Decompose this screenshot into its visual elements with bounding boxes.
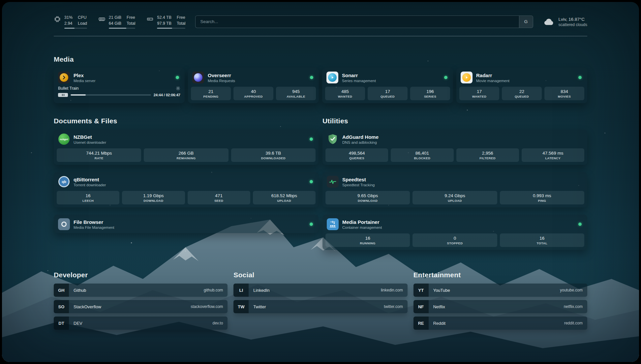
cpu-widget: 31% CPU 2.94 Load bbox=[54, 15, 87, 29]
stat-label: MOVIES bbox=[546, 95, 583, 98]
stat-label: DOWNLOAD bbox=[123, 199, 183, 202]
stat-label: TOTAL bbox=[501, 241, 583, 245]
stat-movies: 834 MOVIES bbox=[544, 87, 584, 100]
bookmark-abbr: RE bbox=[413, 317, 429, 330]
stat-value: 86,401 bbox=[392, 151, 452, 156]
cpu-label: CPU bbox=[78, 15, 87, 20]
stat-ping: 0.993 ms PING bbox=[500, 191, 584, 204]
bookmark-url: youtube.com bbox=[560, 288, 587, 292]
pause-button[interactable] bbox=[58, 93, 68, 97]
stat-label: SERIES bbox=[412, 95, 449, 98]
stat-value: 834 bbox=[546, 89, 583, 94]
section-title-entertainment: Entertainment bbox=[413, 271, 587, 279]
card-filebrowser[interactable]: File Browser Media File Management bbox=[54, 215, 319, 233]
status-dot-online bbox=[578, 76, 582, 79]
stat-label: PENDING bbox=[192, 95, 229, 98]
weather-condition: scattered clouds bbox=[559, 22, 587, 27]
stat-approved: 40 APPROVED bbox=[233, 87, 273, 100]
radarr-icon bbox=[461, 72, 473, 83]
service-subtitle: DNS and adblocking bbox=[342, 140, 379, 144]
search-input[interactable] bbox=[196, 16, 519, 28]
disk-total-label: Total bbox=[177, 20, 185, 26]
stat-value: 9.65 Gbps bbox=[327, 193, 409, 198]
stat-blocked: 86,401 BLOCKED bbox=[391, 148, 453, 162]
bookmark-stackoverflow[interactable]: SO StackOverflow stackoverflow.com bbox=[54, 300, 228, 313]
service-name: Overseerr bbox=[208, 73, 235, 79]
section-developer: Developer GH Github github.com SO StackO… bbox=[54, 271, 228, 330]
portainer-icon bbox=[327, 218, 339, 230]
stat-remaining: 266 GB REMAINING bbox=[144, 148, 228, 162]
stat-label: RUNNING bbox=[327, 241, 409, 245]
stat-label: DOWNLOADED bbox=[232, 156, 314, 160]
stat-value: 47.569 ms bbox=[523, 151, 583, 156]
card-adguard[interactable]: AdGuard Home DNS and adblocking 498,564 … bbox=[322, 130, 587, 165]
bookmark-github[interactable]: GH Github github.com bbox=[54, 284, 228, 297]
stat-leech: 16 LEECH bbox=[57, 191, 119, 204]
memory-total-value: 64 GiB bbox=[109, 20, 121, 26]
stat-label: STOPPED bbox=[414, 241, 496, 245]
bookmark-abbr: GH bbox=[54, 284, 69, 297]
header-divider bbox=[54, 36, 587, 36]
cpu-load-label: Load bbox=[78, 20, 87, 26]
status-dot-online bbox=[444, 76, 447, 79]
dashboard-content: 31% CPU 2.94 Load 21 GiB Free bbox=[54, 2, 587, 346]
card-plex[interactable]: Plex Media server Bullet Train bbox=[54, 68, 185, 103]
stat-label: PING bbox=[501, 199, 583, 202]
section-utilities: Utilities AdGuard Home bbox=[322, 117, 587, 250]
search-provider-button[interactable]: G bbox=[519, 16, 533, 28]
filebrowser-icon bbox=[58, 218, 70, 230]
service-subtitle: Series management bbox=[342, 79, 376, 83]
stat-label: RATE bbox=[58, 156, 140, 160]
bookmark-youtube[interactable]: YT YouTube youtube.com bbox=[413, 284, 587, 297]
stat-label: BLOCKED bbox=[392, 156, 452, 160]
bookmark-twitter[interactable]: TW Twitter twitter.com bbox=[233, 300, 407, 313]
search-bar: G bbox=[195, 15, 533, 28]
service-subtitle: Speedtest Tracking bbox=[342, 183, 375, 187]
nzbget-icon-text: nzbget bbox=[60, 138, 68, 141]
card-speedtest[interactable]: Speedtest Speedtest Tracking 9.65 Gbps D… bbox=[322, 172, 587, 207]
bookmark-name: LinkedIn bbox=[249, 288, 269, 293]
stat-running: 16 RUNNING bbox=[325, 233, 410, 247]
bookmark-abbr: YT bbox=[413, 284, 429, 297]
card-overseerr[interactable]: Overseerr Media Requests 21 PENDING 40 A… bbox=[188, 68, 319, 103]
bookmark-abbr: TW bbox=[233, 300, 249, 313]
bookmark-reddit[interactable]: RE Reddit reddit.com bbox=[413, 317, 587, 330]
service-name: AdGuard Home bbox=[342, 134, 379, 140]
bookmark-linkedin[interactable]: LI LinkedIn linkedin.com bbox=[233, 284, 407, 297]
bookmark-url: reddit.com bbox=[564, 321, 587, 325]
stat-queued: 22 QUEUED bbox=[502, 87, 542, 100]
card-qbittorrent[interactable]: qb qBittorrent Torrent downloader 16 LEE… bbox=[54, 172, 319, 207]
playback-time: 24:44 / 02:06:47 bbox=[154, 93, 180, 97]
service-name: NZBGet bbox=[74, 134, 106, 140]
stat-label: FILTERED bbox=[458, 156, 518, 160]
stat-label: UPLOAD bbox=[254, 199, 314, 202]
bookmark-url: linkedin.com bbox=[381, 288, 408, 292]
bookmark-name: Twitter bbox=[249, 304, 266, 309]
bookmark-dev[interactable]: DT DEV dev.to bbox=[54, 317, 228, 330]
bookmark-url: netflix.com bbox=[564, 304, 587, 309]
stat-label: QUEUED bbox=[503, 95, 540, 98]
cloud-icon bbox=[543, 17, 555, 26]
service-name: Media Portainer bbox=[342, 219, 382, 226]
gear-icon[interactable] bbox=[176, 86, 180, 91]
card-sonarr[interactable]: Sonarr Series management 485 WANTED 17 Q… bbox=[322, 68, 453, 103]
bookmark-name: DEV bbox=[69, 321, 82, 326]
bookmark-url: stackoverflow.com bbox=[191, 304, 228, 309]
stat-available: 945 AVAILABLE bbox=[276, 87, 316, 100]
service-subtitle: Torrent downloader bbox=[74, 183, 106, 187]
playback-progress-bar[interactable] bbox=[71, 94, 151, 96]
stat-queued: 17 QUEUED bbox=[368, 87, 408, 100]
adguard-icon bbox=[327, 133, 339, 145]
card-radarr[interactable]: Radarr Movie management 17 WANTED 22 QUE… bbox=[456, 68, 587, 103]
stat-queries: 498,564 QUERIES bbox=[325, 148, 388, 162]
stat-value: 618.52 Mbps bbox=[254, 193, 314, 198]
plex-icon bbox=[58, 72, 70, 83]
section-title-social: Social bbox=[233, 271, 407, 279]
bookmark-abbr: LI bbox=[233, 284, 249, 297]
stat-label: WANTED bbox=[461, 95, 498, 98]
weather-widget: Lviv, 16.87°C scattered clouds bbox=[543, 16, 587, 27]
card-portainer[interactable]: Media Portainer Container management 16 … bbox=[322, 215, 587, 250]
stat-value: 9.24 Gbps bbox=[414, 193, 496, 198]
card-nzbget[interactable]: nzbget NZBGet Usenet downloader 744.21 M… bbox=[54, 130, 319, 165]
bookmark-netflix[interactable]: NF Netflix netflix.com bbox=[413, 300, 587, 313]
